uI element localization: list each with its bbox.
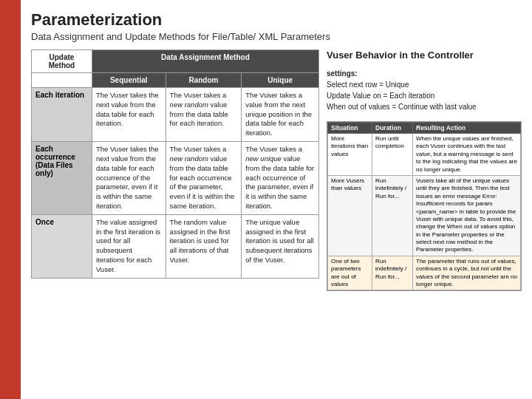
once-unique: The unique value assigned in the first i… [242, 214, 319, 278]
page: Parameterization Data Assignment and Upd… [0, 0, 532, 399]
duration-cell: Run indefinitely / Run for... [372, 175, 413, 256]
action-cell: When the unique values are finished, eac… [413, 134, 521, 176]
page-subtitle: Data Assignment and Update Methods for F… [31, 31, 522, 42]
duration-cell: Run indefinitely / Run for... [372, 256, 413, 290]
each-iter-sequential: The Vuser takes the next value from the … [92, 88, 166, 142]
settings-label: settings: [327, 69, 358, 78]
sub-table-row: More iterations than values Run until co… [328, 134, 521, 176]
data-assignment-header: Data Assignment Method [92, 50, 318, 73]
situation-cell: More iterations than values [328, 134, 372, 176]
action-cell: The parameter that runs out of values, c… [413, 256, 521, 290]
parameter-table: Update Method Data Assignment Method Seq… [31, 50, 319, 279]
each-occ-random: The Vuser takes a new random value from … [166, 142, 242, 215]
row-label-each-occurrence: Each occurrence (Data Files only) [32, 142, 92, 215]
table-header-row1: Update Method Data Assignment Method [32, 50, 319, 73]
situation-col-header: Situation [328, 123, 372, 134]
sub-table-row: More Vusers than values Run indefinitely… [328, 175, 521, 256]
table-header-row2: Sequential Random Unique [32, 73, 319, 88]
sub-table: Situation Duration Resulting Action More… [327, 122, 521, 290]
sub-table-container: Situation Duration Resulting Action More… [327, 121, 522, 291]
sub-table-row-highlight: One of two parameters are out of values … [328, 256, 521, 290]
update-method-header: Update Method [32, 50, 92, 73]
main-content: Parameterization Data Assignment and Upd… [21, 0, 532, 399]
random-header: Random [166, 73, 242, 88]
vuser-behavior-section: Vuser Behavior in the Controller setting… [327, 50, 522, 393]
once-random: The random value assigned in the first i… [166, 214, 242, 278]
duration-cell: Run until completion [372, 134, 413, 176]
situation-cell: More Vusers than values [328, 175, 372, 256]
table-row: Once The value assigned in the first ite… [32, 214, 319, 278]
each-iter-unique: The Vuser takes a value from the next un… [242, 88, 319, 142]
left-accent-bar [0, 0, 21, 399]
action-cell: Vusers take all of the unique values unt… [413, 175, 521, 256]
situation-cell: One of two parameters are out of values [328, 256, 372, 290]
table-row: Each iteration The Vuser takes the next … [32, 88, 319, 142]
row-label-each-iteration: Each iteration [32, 88, 92, 142]
sub-table-header-row: Situation Duration Resulting Action [328, 123, 521, 134]
table-row: Each occurrence (Data Files only) The Vu… [32, 142, 319, 215]
once-sequential: The value assigned in the first iteratio… [92, 214, 166, 278]
setting2: Update Value on = Each iteration [327, 92, 434, 100]
each-occ-sequential: The Vuser takes the next value from the … [92, 142, 166, 215]
page-title: Parameterization [31, 10, 522, 30]
vuser-behavior-title: Vuser Behavior in the Controller [327, 50, 522, 61]
action-col-header: Resulting Action [413, 123, 521, 134]
row-label-once: Once [32, 214, 92, 278]
sequential-header: Sequential [92, 73, 166, 88]
duration-col-header: Duration [372, 123, 413, 134]
unique-header: Unique [242, 73, 319, 88]
each-iter-random: The Vuser takes a new random value from … [166, 88, 242, 142]
setting1: Select next row = Unique [327, 81, 409, 89]
empty-header [32, 73, 92, 88]
each-occ-unique: The Vuser takes a new unique value from … [242, 142, 319, 215]
parameter-table-section: Update Method Data Assignment Method Seq… [31, 50, 319, 393]
settings-box: settings: Select next row = Unique Updat… [327, 68, 522, 112]
setting3: When out of values = Continue with last … [327, 103, 477, 111]
main-layout: Update Method Data Assignment Method Seq… [31, 50, 522, 393]
